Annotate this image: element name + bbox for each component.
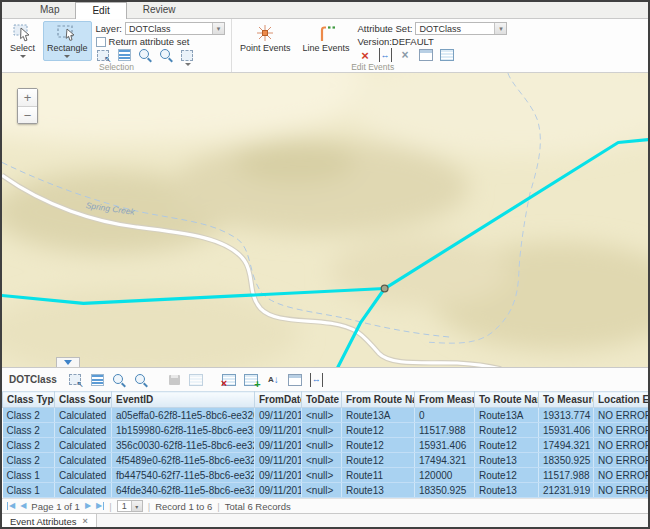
cell: NO ERROR (594, 423, 649, 438)
map-canvas[interactable]: Spring Creek + − (2, 73, 648, 367)
cell: Calculated (55, 468, 112, 483)
attribute-set-dropdown[interactable]: DOTClass ▾ (415, 22, 507, 35)
select-button[interactable]: Select (6, 21, 39, 61)
cell: 09/11/2015 (255, 453, 302, 468)
select-label: Select (10, 44, 35, 53)
layer-dropdown[interactable]: DOTClass ▾ (125, 22, 225, 35)
cell: Route13A (475, 408, 539, 423)
zoom-to-selection-icon[interactable] (138, 48, 153, 62)
column-header-to-measure[interactable]: To Measure (539, 392, 594, 408)
cell: <null> (302, 423, 342, 438)
pan-to-selection-icon[interactable] (159, 48, 174, 62)
pan-to-selected-icon[interactable] (134, 373, 149, 387)
zoom-out-button[interactable]: − (18, 106, 37, 123)
chevron-down-icon[interactable]: ▾ (494, 23, 506, 34)
column-header-todate[interactable]: ToDate (302, 392, 342, 408)
tab-edit[interactable]: Edit (75, 2, 126, 19)
event-attributes-tab-label: Event Attributes (10, 516, 77, 527)
collapse-triangle-icon (64, 360, 72, 365)
tab-event-attributes[interactable]: Event Attributes × (2, 514, 97, 528)
chevron-down-icon[interactable]: ▾ (212, 23, 224, 34)
next-page-icon[interactable]: ▶ (85, 502, 91, 510)
column-header-class-type[interactable]: Class Type (3, 392, 55, 408)
delete-event-icon[interactable] (358, 48, 373, 62)
column-header-to-route-name[interactable]: To Route Name (475, 392, 539, 408)
rectangle-select-button[interactable]: Rectangle (43, 21, 92, 61)
line-events-icon (315, 23, 337, 43)
column-header-location-error[interactable]: Location Error (594, 392, 649, 408)
cell: 09/11/2015 (255, 438, 302, 453)
cell: 15931.406 (415, 438, 475, 453)
attribute-form-icon[interactable] (288, 373, 303, 387)
column-header-class-source[interactable]: Class Source (55, 392, 112, 408)
edit-events-group: Point Events Line Events Attribute Set: (232, 19, 513, 72)
cell: Route12 (475, 438, 539, 453)
measure-event-icon[interactable] (379, 48, 392, 62)
select-features-icon[interactable] (96, 48, 111, 62)
layer-dropdown-value: DOTClass (126, 23, 212, 34)
page-number-value: 1 (118, 501, 131, 511)
tab-map[interactable]: Map (24, 2, 75, 18)
zoom-to-selected-icon[interactable] (112, 373, 127, 387)
zoom-in-button[interactable]: + (18, 89, 37, 106)
version-text: Version:DEFAULT (358, 36, 434, 47)
event-form-icon[interactable] (419, 48, 434, 62)
column-header-from-route-name[interactable]: From Route Name (342, 392, 415, 408)
table-row[interactable]: Class 2Calculated356c0030-62f8-11e5-8bc6… (3, 438, 649, 453)
cell: Route12 (342, 423, 415, 438)
collapse-table-panel-button[interactable] (56, 357, 80, 367)
cell: Class 2 (3, 408, 55, 423)
column-header-from-measure[interactable]: From Measure (415, 392, 475, 408)
selection-list-icon[interactable] (117, 48, 132, 62)
table-toolbar: DOTClass (2, 367, 648, 391)
point-events-label: Point Events (240, 44, 291, 53)
delete-records-icon[interactable] (222, 373, 237, 387)
table-row[interactable]: Class 1Calculated64fde340-62f8-11e5-8bc6… (3, 483, 649, 498)
chevron-down-icon[interactable]: ▾ (131, 501, 142, 511)
cell: 0 (415, 408, 475, 423)
column-header-eventid[interactable]: EventID (112, 392, 255, 408)
page-number-dropdown[interactable]: 1 ▾ (117, 500, 143, 512)
select-dropdown-caret-icon[interactable] (20, 55, 26, 58)
add-records-icon[interactable] (244, 373, 259, 387)
select-records-icon[interactable] (68, 373, 83, 387)
tab-review[interactable]: Review (127, 2, 192, 18)
show-selected-records-icon[interactable] (90, 373, 105, 387)
pagination-bar: ◀ ◀ Page 1 of 1 ▶ ▶ | 1 ▾ | Record 1 to … (2, 498, 648, 513)
snap-event-icon[interactable] (398, 48, 413, 62)
table-row[interactable]: Class 2Calculated1b159980-62f8-11e5-8bc6… (3, 423, 649, 438)
sort-records-icon[interactable] (266, 373, 281, 387)
table-row[interactable]: Class 2Calculateda05effa0-62f8-11e5-8bc6… (3, 408, 649, 423)
cell: 4f5489e0-62f8-11e5-8bc6-ee32641d5ec9 (112, 453, 255, 468)
last-page-icon[interactable]: ▶ (96, 502, 104, 510)
cell: Calculated (55, 483, 112, 498)
page-text: Page 1 of 1 (31, 501, 80, 512)
cell: NO ERROR (594, 483, 649, 498)
first-page-icon[interactable]: ◀ (7, 502, 15, 510)
column-header-fromdate[interactable]: FromDate (255, 392, 302, 408)
cell: Route12 (342, 438, 415, 453)
edit-grid-icon[interactable] (189, 373, 204, 387)
table-row[interactable]: Class 1Calculatedfb447540-62f7-11e5-8bc6… (3, 468, 649, 483)
map-zoom-control: + − (17, 88, 38, 124)
cell: Class 2 (3, 438, 55, 453)
rectangle-select-icon (56, 23, 78, 43)
event-attributes-panel: DOTClass Class TypeClass SourceEventIDFr… (2, 367, 648, 513)
attribute-set-dropdown-value: DOTClass (416, 23, 494, 34)
measure-view-icon[interactable] (310, 373, 323, 387)
cell: Class 1 (3, 468, 55, 483)
event-table-icon[interactable] (440, 48, 455, 62)
close-icon[interactable]: × (83, 516, 88, 526)
cell: 15931.406 (539, 423, 594, 438)
cell: NO ERROR (594, 453, 649, 468)
previous-page-icon[interactable]: ◀ (20, 502, 26, 510)
return-attribute-set-checkbox[interactable] (96, 37, 106, 47)
save-edits-icon[interactable] (167, 373, 182, 387)
clear-selection-icon[interactable] (180, 48, 195, 62)
cell: Calculated (55, 423, 112, 438)
line-events-button[interactable]: Line Events (298, 21, 353, 61)
point-events-button[interactable]: Point Events (236, 21, 295, 61)
layer-label: Layer: (96, 23, 122, 34)
table-row[interactable]: Class 2Calculated4f5489e0-62f8-11e5-8bc6… (3, 453, 649, 468)
rectangle-dropdown-caret-icon[interactable] (64, 55, 70, 58)
